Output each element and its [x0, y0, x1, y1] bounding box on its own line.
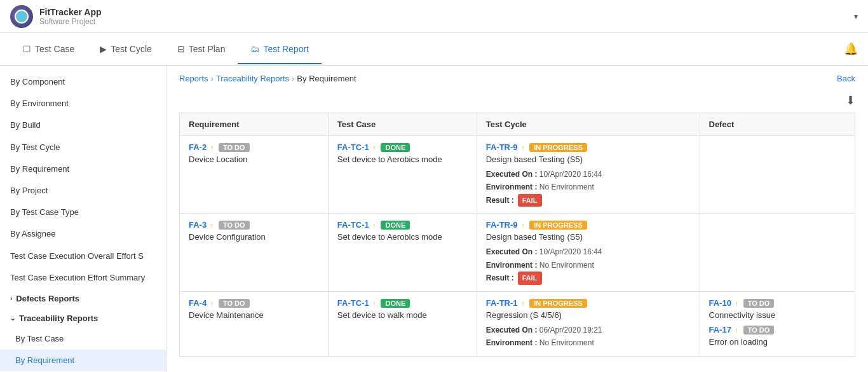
sidebar-section-traceability[interactable]: ⌄ Traceability Reports [0, 308, 166, 328]
sidebar-item-tc-effort[interactable]: Test Case Execution Effort Summary [0, 267, 166, 289]
cycle-meta-2: Executed On : 10/Apr/2020 16:44 Environm… [486, 245, 691, 284]
sidebar-item-by-test-case[interactable]: By Test Case [0, 328, 166, 350]
sidebar-item-by-component[interactable]: By Component [0, 71, 166, 93]
tc-id-2: FA-TC-1 ↑ DONE [337, 220, 468, 230]
tc-arrow-2: ↑ [372, 221, 376, 229]
sidebar: By Component By Environment By Build By … [0, 66, 166, 372]
app-layout: FitTracker App Software Project ▾ ☐ Test… [0, 0, 868, 372]
environment-3: Environment : No Environment [486, 336, 691, 349]
tab-test-report[interactable]: 🗂 Test Report [238, 35, 322, 64]
cycle-link-3[interactable]: FA-TR-1 [486, 298, 518, 308]
tab-test-cycle-label: Test Cycle [111, 44, 152, 54]
tab-test-plan[interactable]: ⊟ Test Plan [165, 35, 238, 64]
tab-test-case-label: Test Case [35, 44, 74, 54]
executed-label-2: Executed On : [486, 247, 538, 256]
result-label-2: Result : [486, 272, 514, 284]
table-row: FA-4 ↑ TO DO Device Maintenance FA-TC-1 … [180, 291, 855, 356]
cycle-name-3: Regression (S 4/5/6) [486, 310, 691, 320]
req-badge-3: TO DO [219, 299, 250, 308]
req-name-2: Device Configuration [189, 232, 319, 242]
nav-tabs: ☐ Test Case ▶ Test Cycle ⊟ Test Plan 🗂 T… [10, 35, 844, 63]
app-name: FitTracker App [39, 7, 854, 17]
test-cycle-icon: ▶ [100, 44, 107, 54]
defect-link-2[interactable]: FA-17 [709, 325, 731, 334]
defect-item-2: FA-17 ↑ TO DO Error on loading [709, 325, 846, 347]
breadcrumb-traceability[interactable]: Traceability Reports [216, 74, 289, 83]
report-table: Requirement Test Case Test Cycle Defect … [179, 113, 855, 357]
breadcrumb-current: By Requirement [297, 74, 356, 83]
tc-link-1[interactable]: FA-TC-1 [337, 142, 369, 152]
download-icon[interactable]: ⬇ [846, 93, 855, 107]
tc-name-1: Set device to Aerobics mode [337, 155, 468, 164]
defect-cell-1 [700, 136, 855, 214]
env-label-2: Environment : [486, 261, 538, 270]
traceability-section-label: Traceability Reports [19, 313, 98, 323]
defect-link-1[interactable]: FA-10 [709, 298, 731, 308]
body-row: By Component By Environment By Build By … [0, 66, 868, 372]
defects-section-label: Defects Reports [16, 294, 79, 303]
app-logo-inner [15, 10, 29, 24]
result-row-1: Result : FAIL [486, 194, 691, 207]
tc-badge-1: DONE [381, 143, 410, 152]
cycle-cell-2: FA-TR-9 ↑ IN PROGRESS Design based Testi… [477, 214, 700, 291]
sidebar-item-by-requirement-active[interactable]: By Requirement [0, 350, 166, 371]
req-arrow-2: ↑ [210, 221, 214, 229]
app-header: FitTracker App Software Project ▾ [0, 0, 868, 33]
cycle-meta-3: Executed On : 06/Apr/2020 19:21 Environm… [486, 324, 691, 350]
sidebar-item-by-environment[interactable]: By Environment [0, 93, 166, 114]
test-report-icon: 🗂 [250, 44, 259, 54]
tc-link-2[interactable]: FA-TC-1 [337, 220, 369, 230]
tab-test-plan-label: Test Plan [189, 44, 226, 54]
req-link-1[interactable]: FA-2 [189, 142, 207, 152]
executed-label-1: Executed On : [486, 170, 538, 179]
breadcrumb-sep-2: › [292, 74, 294, 83]
main-content: Reports › Traceability Reports › By Requ… [166, 66, 868, 372]
sidebar-item-by-build[interactable]: By Build [0, 114, 166, 136]
back-button[interactable]: Back [837, 74, 855, 83]
cycle-link-1[interactable]: FA-TR-9 [486, 142, 518, 152]
sidebar-item-tc-overall[interactable]: Test Case Execution Overall Effort S [0, 245, 166, 267]
req-cell-3: FA-4 ↑ TO DO Device Maintenance [180, 291, 329, 356]
env-val-1: No Environment [539, 183, 594, 191]
req-link-3[interactable]: FA-4 [189, 298, 207, 308]
defect-name-1: Connectivity issue [709, 310, 846, 320]
cycle-cell-3: FA-TR-1 ↑ IN PROGRESS Regression (S 4/5/… [477, 291, 700, 356]
app-subtitle: Software Project [39, 17, 854, 26]
tc-cell-1: FA-TC-1 ↑ DONE Set device to Aerobics mo… [328, 136, 477, 214]
req-cell-2: FA-3 ↑ TO DO Device Configuration [180, 214, 329, 291]
tc-name-2: Set device to Aerobics mode [337, 232, 468, 242]
test-plan-icon: ⊟ [177, 44, 185, 54]
tab-test-cycle[interactable]: ▶ Test Cycle [87, 35, 165, 64]
tc-arrow-1: ↑ [372, 144, 376, 151]
breadcrumb-reports[interactable]: Reports [179, 74, 208, 83]
app-chevron-icon[interactable]: ▾ [854, 12, 858, 21]
toolbar-row: ⬇ [166, 91, 868, 113]
sidebar-item-by-assignee[interactable]: By Assignee [0, 223, 166, 245]
table-header-row: Requirement Test Case Test Cycle Defect [180, 113, 855, 136]
sidebar-item-by-requirement[interactable]: By Requirement [0, 158, 166, 180]
env-label-3: Environment : [486, 338, 538, 347]
tc-link-3[interactable]: FA-TC-1 [337, 298, 369, 308]
traceability-chevron-icon: ⌄ [10, 315, 15, 322]
cycle-arrow-2: ↑ [521, 221, 525, 229]
executed-val-2: 10/Apr/2020 16:44 [539, 247, 602, 256]
req-name-1: Device Location [189, 155, 319, 164]
table-row: FA-2 ↑ TO DO Device Location FA-TC-1 ↑ [180, 136, 855, 214]
nav-right: 🔔 [844, 42, 858, 56]
req-badge-1: TO DO [219, 143, 250, 152]
sidebar-item-by-test-cycle[interactable]: By Test Cycle [0, 137, 166, 158]
sidebar-section-defects[interactable]: › Defects Reports [0, 289, 166, 308]
executed-val-3: 06/Apr/2020 19:21 [539, 326, 602, 334]
cycle-link-2[interactable]: FA-TR-9 [486, 220, 518, 230]
sidebar-item-by-project[interactable]: By Project [0, 180, 166, 202]
header-test-case: Test Case [328, 113, 477, 136]
notification-icon[interactable]: 🔔 [844, 43, 858, 55]
req-link-2[interactable]: FA-3 [189, 220, 207, 230]
req-name-3: Device Maintenance [189, 310, 319, 320]
tab-test-report-label: Test Report [263, 44, 309, 54]
tab-test-case[interactable]: ☐ Test Case [10, 35, 87, 64]
env-label-1: Environment : [486, 183, 538, 191]
app-logo [10, 5, 33, 28]
result-row-2: Result : FAIL [486, 272, 691, 285]
sidebar-item-by-test-case-type[interactable]: By Test Case Type [0, 202, 166, 223]
